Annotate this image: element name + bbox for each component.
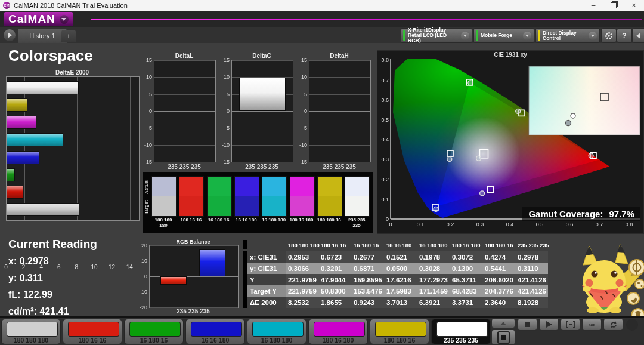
delta-h-chart: 151050-5-10-15 bbox=[309, 60, 371, 162]
meter-label: X-Rite i1Display Retail LCD (LED RGB) bbox=[408, 27, 459, 44]
patch-button-235-235-235[interactable]: 235 235 235 bbox=[431, 319, 491, 344]
table-cell: 0.6871 bbox=[351, 263, 384, 274]
table-cell: 50.8300 bbox=[318, 285, 351, 297]
collapse-panel-button[interactable] bbox=[632, 28, 644, 43]
gridline bbox=[309, 60, 370, 61]
gridline bbox=[232, 145, 293, 146]
delta-e-bar-180-180-180 bbox=[7, 203, 79, 216]
chevron-left-icon bbox=[636, 33, 641, 39]
stop-button[interactable] bbox=[518, 318, 537, 331]
target-swatch bbox=[179, 196, 203, 216]
patch-color-swatch bbox=[129, 322, 181, 337]
display-control-dropdown[interactable]: Direct Display Control bbox=[535, 28, 600, 43]
table-cell: 17.5983 bbox=[384, 285, 417, 297]
reading-x: x: 0.2978 bbox=[8, 256, 97, 267]
close-button[interactable]: × bbox=[624, 0, 644, 11]
patch-button-180-16-16[interactable]: 180 16 16 bbox=[63, 319, 122, 344]
table-cell: 221.9759 bbox=[286, 274, 318, 285]
target-swatch bbox=[345, 196, 369, 216]
calman-window: CM CalMAN 2018 CalMAN Trial Evaluation –… bbox=[0, 0, 644, 345]
refresh-button[interactable] bbox=[603, 318, 623, 331]
patch-button-180-180-180[interactable]: 180 180 180 bbox=[1, 319, 61, 344]
delta-l-x-label: 235 235 235 bbox=[154, 164, 215, 170]
play-button[interactable] bbox=[539, 318, 559, 331]
gridline bbox=[232, 162, 293, 162]
patch-label: 180 16 180 bbox=[309, 337, 367, 344]
table-cell: 0.2953 bbox=[286, 251, 318, 263]
actual-target-swatch-strip: Actual Target 180 180 180180 16 1616 180… bbox=[143, 172, 373, 233]
display-control-label: Direct Display Control bbox=[543, 30, 586, 41]
table-cell: 0.1521 bbox=[384, 251, 417, 263]
delta-e-bar-180-16-16 bbox=[7, 186, 23, 199]
gridline bbox=[150, 245, 238, 246]
help-button[interactable]: ? bbox=[617, 28, 632, 43]
table-cell: 421.4126 bbox=[515, 274, 548, 285]
page-title: Colorspace bbox=[8, 47, 93, 65]
swatch-label: 235 235 235 bbox=[343, 217, 370, 228]
meter-dropdown[interactable]: X-Rite i1Display Retail LCD (LED RGB) bbox=[401, 28, 472, 43]
measured-gray-circle bbox=[566, 121, 571, 126]
single-measure-button[interactable] bbox=[561, 318, 580, 331]
table-cell: 6.3921 bbox=[417, 297, 450, 308]
restore-button[interactable] bbox=[603, 0, 624, 11]
source-dropdown[interactable]: Mobile Forge bbox=[473, 28, 534, 43]
reading-cdm2: cd/m²: 421.41 bbox=[8, 306, 97, 317]
target-swatch bbox=[208, 196, 231, 216]
axis-tick: 5 bbox=[227, 91, 230, 97]
accent-divider bbox=[91, 19, 642, 20]
gridline bbox=[309, 111, 370, 112]
gridline bbox=[309, 128, 370, 128]
calman-logo-button[interactable]: CalMAN bbox=[4, 12, 73, 26]
axis-tick: 5 bbox=[149, 91, 152, 97]
col-header: 16 180 16 bbox=[351, 240, 384, 249]
patch-button-16-16-180[interactable]: 16 16 180 bbox=[185, 319, 245, 344]
continuous-measure-button[interactable]: ∞ bbox=[582, 318, 602, 331]
bar-row bbox=[7, 203, 139, 216]
table-cell: 0.9243 bbox=[351, 297, 384, 308]
col-header: 180 16 16 bbox=[318, 240, 351, 249]
table-cell: 3.7013 bbox=[384, 297, 417, 308]
axis-tick: -10 bbox=[299, 142, 307, 148]
gridline bbox=[232, 128, 293, 128]
patch-strip: 180 180 180180 16 1616 180 1616 16 18016… bbox=[0, 316, 644, 345]
patch-button-16-180-16[interactable]: 16 180 16 bbox=[124, 319, 184, 344]
swatch-235-235-235 bbox=[345, 176, 370, 217]
gamut-coverage-label: Gamut Coverage: bbox=[528, 209, 603, 219]
target-row-label: Target bbox=[144, 197, 151, 217]
patch-button-180-180-16[interactable]: 180 180 16 bbox=[370, 319, 429, 344]
tab-history-1[interactable]: History 1 bbox=[18, 29, 67, 43]
settings-button[interactable] bbox=[601, 28, 617, 43]
patch-button-180-16-180[interactable]: 180 16 180 bbox=[308, 319, 368, 344]
table-cell: 159.8595 bbox=[351, 274, 384, 285]
pokeball-coin-icon[interactable] bbox=[629, 260, 644, 275]
axis-tick: -15 bbox=[299, 159, 307, 165]
desktop-pet-overlay bbox=[566, 238, 644, 316]
chevron-down-icon bbox=[461, 32, 469, 40]
continuous-measure-icon: ∞ bbox=[589, 320, 595, 329]
table-cell: 0.1978 bbox=[417, 251, 450, 263]
table-cell: 3.3731 bbox=[450, 297, 482, 308]
actual-swatch bbox=[262, 177, 286, 196]
main-area: Colorspace DeltaE 2000 02468101214 Delta… bbox=[0, 43, 644, 316]
patch-label: 16 180 180 bbox=[247, 337, 306, 344]
actual-swatch bbox=[290, 177, 314, 196]
patch-window-toggle[interactable] bbox=[491, 329, 515, 345]
axis-tick: 15 bbox=[224, 57, 230, 63]
swatch-180-180-16 bbox=[317, 176, 342, 217]
expand-panel-button[interactable] bbox=[491, 318, 515, 328]
patch-button-16-180-180[interactable]: 16 180 180 bbox=[247, 319, 306, 344]
table-cell: 171.1459 bbox=[417, 285, 450, 297]
stop-icon bbox=[525, 322, 530, 327]
delta-e-bar-16-180-180 bbox=[7, 133, 63, 146]
add-tab-button[interactable]: + bbox=[61, 30, 76, 42]
table-cell: 0.3028 bbox=[417, 263, 450, 274]
workflow-nav-button[interactable] bbox=[4, 29, 16, 41]
gridline bbox=[150, 292, 238, 292]
sparkle-coin-icon[interactable] bbox=[635, 279, 644, 289]
swatch-label: 16 180 180 bbox=[261, 217, 287, 223]
cie-1931-chart: CIE 1931 xy bbox=[377, 50, 644, 234]
col-header: 16 16 180 bbox=[384, 240, 417, 249]
berry-coin-icon[interactable] bbox=[627, 292, 639, 304]
minimize-button[interactable]: – bbox=[583, 0, 603, 11]
current-reading-panel: Current Reading x: 0.2978 y: 0.311 fL: 1… bbox=[8, 238, 97, 323]
